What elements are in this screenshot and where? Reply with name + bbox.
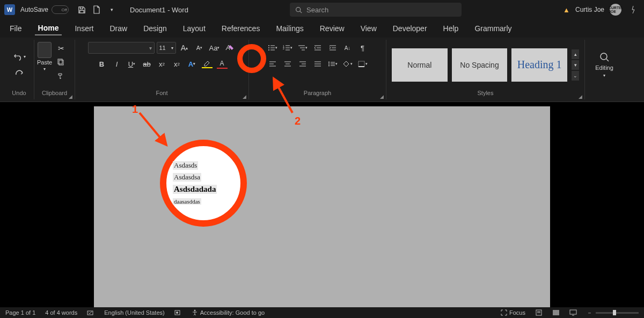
highlight-icon[interactable]: [201, 58, 214, 70]
zoom-slider[interactable]: [596, 312, 639, 314]
bullets-icon[interactable]: ▾: [266, 42, 279, 54]
shading-icon[interactable]: ▾: [341, 58, 354, 70]
zoom-out-icon[interactable]: －: [587, 309, 639, 317]
qa-dropdown-icon[interactable]: ▾: [105, 3, 118, 16]
increase-indent-icon[interactable]: [326, 42, 339, 54]
clipboard-icon: [38, 42, 52, 58]
status-language[interactable]: English (United States): [104, 309, 165, 316]
paragraph-expand-icon[interactable]: ◢: [380, 94, 384, 99]
document-area: [0, 102, 644, 307]
style-nospacing[interactable]: No Spacing: [452, 48, 508, 82]
status-recording-icon[interactable]: [174, 309, 182, 316]
clipboard-group: Paste ▾ ✂ Clipboard◢: [34, 40, 75, 99]
subscript-icon[interactable]: x2: [156, 58, 169, 70]
svg-point-9: [268, 49, 269, 50]
borders-icon[interactable]: ▾: [356, 58, 369, 70]
multilevel-icon[interactable]: ▾: [296, 42, 309, 54]
numbering-icon[interactable]: 12▾: [281, 42, 294, 54]
word-app-icon: W: [4, 4, 15, 15]
superscript-icon[interactable]: x2: [171, 58, 184, 70]
search-input[interactable]: Search: [290, 3, 462, 17]
tab-file[interactable]: File: [6, 22, 25, 35]
ribbon-tabs: File Home Insert Draw Design Layout Refe…: [0, 19, 644, 38]
format-painter-icon[interactable]: [55, 71, 68, 82]
tab-insert[interactable]: Insert: [71, 22, 97, 35]
copy-icon[interactable]: [55, 57, 68, 68]
save-icon[interactable]: [75, 3, 88, 16]
increase-font-icon[interactable]: A▴: [178, 42, 191, 54]
view-read-icon[interactable]: [552, 309, 560, 316]
tab-draw[interactable]: Draw: [106, 22, 130, 35]
font-size-select[interactable]: 11▾: [157, 42, 176, 54]
status-page[interactable]: Page 1 of 1: [5, 309, 35, 316]
clipboard-expand-icon[interactable]: ◢: [69, 94, 72, 99]
view-web-icon[interactable]: [569, 309, 577, 316]
tab-references[interactable]: References: [218, 22, 264, 35]
editing-label[interactable]: Editing: [595, 64, 613, 71]
toggle-switch-icon[interactable]: Off: [52, 5, 69, 14]
style-normal[interactable]: Normal: [392, 48, 448, 82]
font-family-select[interactable]: ▾: [88, 42, 155, 54]
sort-icon[interactable]: A↓: [341, 42, 354, 54]
styles-up-icon[interactable]: ▴: [572, 49, 579, 59]
font-expand-icon[interactable]: ◢: [243, 94, 246, 99]
strikethrough-icon[interactable]: ab: [141, 58, 153, 70]
align-left-icon[interactable]: [266, 58, 279, 70]
svg-line-1: [300, 11, 302, 12]
tab-view[interactable]: View: [357, 22, 380, 35]
mic-icon[interactable]: [627, 3, 640, 16]
doc-text-line: Asdasdsa: [173, 173, 201, 182]
editing-dropdown-icon[interactable]: ▾: [603, 73, 605, 78]
status-bar: Page 1 of 1 4 of 4 words English (United…: [0, 307, 644, 318]
text-effects-icon[interactable]: A▾: [186, 58, 199, 70]
status-words[interactable]: 4 of 4 words: [45, 309, 77, 316]
redo-icon[interactable]: [13, 68, 26, 78]
decrease-font-icon[interactable]: A▾: [193, 42, 206, 54]
paste-button[interactable]: Paste ▾: [34, 42, 55, 71]
status-focus[interactable]: Focus: [501, 309, 525, 316]
focus-icon: [501, 309, 507, 316]
user-name-label[interactable]: Curtis Joe: [575, 6, 604, 13]
tab-developer[interactable]: Developer: [390, 22, 430, 35]
autosave-toggle[interactable]: AutoSave Off: [20, 5, 69, 14]
align-center-icon[interactable]: [281, 58, 294, 70]
tab-layout[interactable]: Layout: [180, 22, 209, 35]
italic-icon[interactable]: I: [111, 58, 123, 70]
svg-line-44: [606, 59, 609, 61]
underline-icon[interactable]: U▾: [126, 58, 138, 70]
svg-point-7: [268, 47, 269, 48]
align-right-icon[interactable]: [296, 58, 309, 70]
justify-icon[interactable]: [311, 58, 324, 70]
new-doc-icon[interactable]: [90, 3, 103, 16]
change-case-icon[interactable]: Aa▾: [208, 42, 221, 54]
annotation-circle-clear-formatting: [237, 44, 266, 73]
status-accessibility[interactable]: Accessibility: Good to go: [192, 309, 265, 316]
decrease-indent-icon[interactable]: [311, 42, 324, 54]
view-print-icon[interactable]: [535, 309, 543, 316]
styles-more-icon[interactable]: ⌄: [572, 71, 579, 81]
undo-icon[interactable]: ▾: [13, 52, 26, 62]
warning-icon[interactable]: ▲: [563, 6, 570, 14]
tab-home[interactable]: Home: [35, 21, 62, 35]
tab-help[interactable]: Help: [440, 22, 462, 35]
tab-grammarly[interactable]: Grammarly: [471, 22, 515, 35]
doc-text-line: Asdsdadada: [173, 185, 217, 194]
tab-mailings[interactable]: Mailings: [273, 22, 306, 35]
annotation-arrow-1-icon: [137, 110, 174, 153]
annotation-arrow-2-icon: [268, 74, 301, 117]
show-marks-icon[interactable]: ¶: [356, 42, 369, 54]
style-heading1[interactable]: Heading 1: [511, 48, 567, 82]
clear-formatting-icon[interactable]: A: [223, 42, 236, 54]
font-color-icon[interactable]: A: [216, 58, 229, 70]
cut-icon[interactable]: ✂: [55, 43, 68, 54]
user-avatar[interactable]: CURTIS JOE: [610, 4, 621, 16]
styles-expand-icon[interactable]: ◢: [579, 94, 582, 99]
find-icon[interactable]: [599, 52, 610, 62]
tab-review[interactable]: Review: [317, 22, 348, 35]
status-spell-icon[interactable]: [87, 309, 94, 316]
bold-icon[interactable]: B: [96, 58, 108, 70]
tab-design[interactable]: Design: [140, 22, 170, 35]
styles-down-icon[interactable]: ▾: [572, 60, 579, 70]
line-spacing-icon[interactable]: ▾: [326, 58, 339, 70]
svg-rect-3: [58, 59, 62, 64]
